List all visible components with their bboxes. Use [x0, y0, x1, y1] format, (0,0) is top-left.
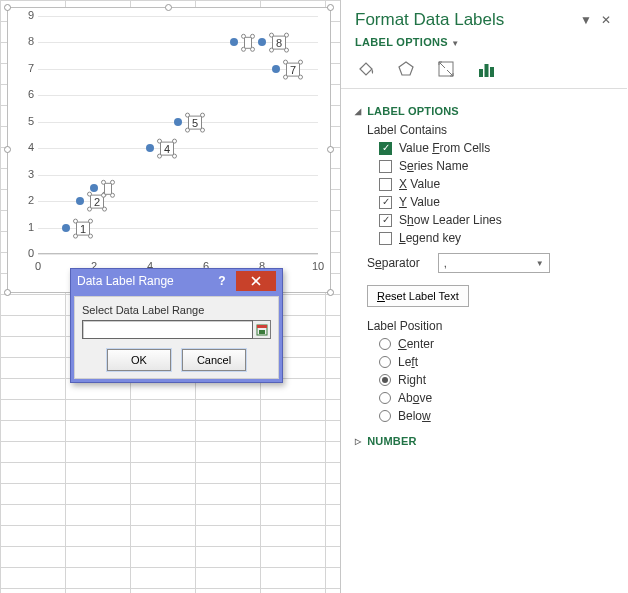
resize-handle[interactable]	[165, 4, 172, 11]
radio-center[interactable]: Center	[379, 337, 613, 351]
y-tick-label: 0	[16, 247, 34, 259]
label-selection-handle[interactable]	[110, 193, 115, 198]
label-selection-handle[interactable]	[87, 207, 92, 212]
label-selection-handle[interactable]	[241, 47, 246, 52]
checkbox-series-name[interactable]: Series Name	[379, 159, 613, 173]
size-properties-tab[interactable]	[435, 58, 457, 80]
chart-object[interactable]: 01234567890246810124587	[7, 7, 331, 293]
checkbox-x-value[interactable]: X Value	[379, 177, 613, 191]
data-point[interactable]	[146, 144, 154, 152]
label-selection-handle[interactable]	[269, 48, 274, 53]
label-selection-handle[interactable]	[185, 112, 190, 117]
dialog-title: Data Label Range	[77, 274, 210, 288]
data-point[interactable]	[174, 118, 182, 126]
y-tick-label: 1	[16, 221, 34, 233]
radio-left[interactable]: Left	[379, 355, 613, 369]
data-label[interactable]: 5	[188, 115, 202, 129]
resize-handle[interactable]	[4, 4, 11, 11]
chart-plot-area[interactable]: 01234567890246810124587	[38, 16, 318, 254]
pane-title: Format Data Labels	[355, 10, 573, 30]
range-input[interactable]	[82, 320, 253, 339]
data-point[interactable]	[90, 184, 98, 192]
label-selection-handle[interactable]	[110, 180, 115, 185]
label-selection-handle[interactable]	[101, 180, 106, 185]
label-selection-handle[interactable]	[200, 127, 205, 132]
data-label[interactable]	[104, 183, 112, 195]
separator-dropdown[interactable]: , ▼	[438, 253, 550, 273]
label-selection-handle[interactable]	[283, 59, 288, 64]
svg-rect-6	[490, 67, 494, 77]
data-point[interactable]	[230, 38, 238, 46]
x-tick-label: 10	[312, 260, 324, 272]
y-tick-label: 8	[16, 35, 34, 47]
label-selection-handle[interactable]	[283, 74, 288, 79]
label-selection-handle[interactable]	[157, 154, 162, 159]
label-selection-handle[interactable]	[88, 218, 93, 223]
checkbox-legend-key[interactable]: Legend key	[379, 231, 613, 245]
label-selection-handle[interactable]	[88, 233, 93, 238]
label-selection-handle[interactable]	[73, 218, 78, 223]
size-icon	[436, 59, 456, 79]
resize-handle[interactable]	[327, 289, 334, 296]
data-point[interactable]	[258, 38, 266, 46]
resize-handle[interactable]	[4, 289, 11, 296]
label-selection-handle[interactable]	[284, 48, 289, 53]
close-icon	[251, 276, 261, 286]
range-picker-button[interactable]	[253, 320, 271, 339]
pane-subtitle[interactable]: LABEL OPTIONS ▼	[341, 34, 627, 56]
data-label[interactable]: 7	[286, 62, 300, 76]
resize-handle[interactable]	[4, 146, 11, 153]
checkbox-show-leader-lines[interactable]: Show Leader Lines	[379, 213, 613, 227]
fill-and-line-tab[interactable]	[355, 58, 377, 80]
resize-handle[interactable]	[327, 146, 334, 153]
label-selection-handle[interactable]	[172, 139, 177, 144]
y-tick-label: 3	[16, 168, 34, 180]
label-selection-handle[interactable]	[101, 193, 106, 198]
data-label[interactable]: 1	[76, 221, 90, 235]
label-selection-handle[interactable]	[250, 47, 255, 52]
checkbox-value-from-cells[interactable]: Value From Cells	[379, 141, 613, 155]
data-point[interactable]	[76, 197, 84, 205]
label-selection-handle[interactable]	[298, 59, 303, 64]
label-selection-handle[interactable]	[87, 192, 92, 197]
label-selection-handle[interactable]	[185, 127, 190, 132]
section-label-options[interactable]: ◢ LABEL OPTIONS	[355, 105, 613, 117]
data-label[interactable]: 8	[272, 36, 286, 50]
close-pane-button[interactable]: ✕	[599, 13, 613, 27]
y-tick-label: 4	[16, 141, 34, 153]
ok-button[interactable]: OK	[107, 349, 171, 371]
checkbox-y-value[interactable]: Y Value	[379, 195, 613, 209]
cancel-button[interactable]: Cancel	[182, 349, 246, 371]
resize-handle[interactable]	[327, 4, 334, 11]
label-selection-handle[interactable]	[157, 139, 162, 144]
label-selection-handle[interactable]	[284, 33, 289, 38]
radio-right[interactable]: Right	[379, 373, 613, 387]
label-selection-handle[interactable]	[200, 112, 205, 117]
checkbox-icon	[379, 142, 392, 155]
label-selection-handle[interactable]	[172, 154, 177, 159]
radio-below[interactable]: Below	[379, 409, 613, 423]
data-point[interactable]	[272, 65, 280, 73]
label-selection-handle[interactable]	[298, 74, 303, 79]
label-selection-handle[interactable]	[269, 33, 274, 38]
radio-above[interactable]: Above	[379, 391, 613, 405]
label-selection-handle[interactable]	[73, 233, 78, 238]
label-contains-heading: Label Contains	[367, 123, 613, 137]
dialog-titlebar[interactable]: Data Label Range ?	[71, 269, 282, 293]
data-label[interactable]: 4	[160, 142, 174, 156]
section-number[interactable]: ▷ NUMBER	[355, 435, 613, 447]
help-button[interactable]: ?	[210, 271, 234, 291]
effects-tab[interactable]	[395, 58, 417, 80]
close-button[interactable]	[236, 271, 276, 291]
data-point[interactable]	[62, 224, 70, 232]
label-options-tab[interactable]	[475, 58, 497, 80]
data-label-range-dialog[interactable]: Data Label Range ? Select Data Label Ran…	[70, 268, 283, 383]
reset-label-text-button[interactable]: Reset Label Text	[367, 285, 469, 307]
expand-icon: ▷	[355, 437, 361, 446]
label-selection-handle[interactable]	[250, 34, 255, 39]
task-pane-options-button[interactable]: ▼	[579, 13, 593, 27]
label-selection-handle[interactable]	[241, 34, 246, 39]
x-tick-label: 0	[35, 260, 41, 272]
label-selection-handle[interactable]	[102, 207, 107, 212]
data-label[interactable]	[244, 37, 252, 49]
